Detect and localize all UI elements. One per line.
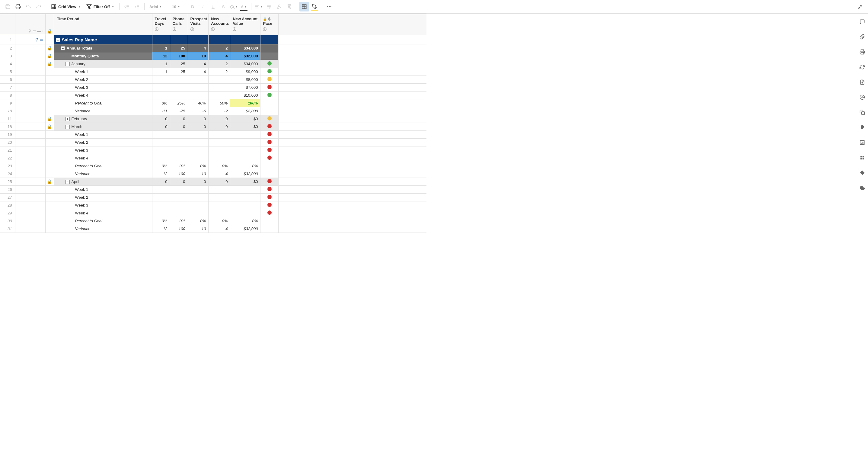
italic-button[interactable]: I bbox=[198, 2, 208, 11]
svg-rect-0 bbox=[17, 7, 20, 9]
chevron-down-icon: ▼ bbox=[244, 5, 247, 8]
svg-line-7 bbox=[87, 5, 91, 8]
svg-point-27 bbox=[331, 6, 331, 7]
svg-rect-24 bbox=[302, 4, 304, 7]
underline-button[interactable]: U bbox=[208, 2, 218, 11]
toolbar-separator bbox=[185, 3, 185, 10]
chevron-down-icon: ▼ bbox=[236, 5, 238, 8]
svg-rect-20 bbox=[288, 4, 291, 6]
bold-button[interactable]: B bbox=[188, 2, 197, 11]
filter-button[interactable]: Filter Off ▼ bbox=[84, 2, 117, 11]
clear-format-button[interactable] bbox=[274, 2, 284, 11]
outdent-button[interactable] bbox=[122, 2, 132, 11]
toolbar-separator bbox=[144, 3, 145, 10]
chevron-down-icon: ▼ bbox=[112, 5, 114, 8]
save-button[interactable] bbox=[3, 2, 13, 11]
redo-button[interactable] bbox=[34, 2, 43, 11]
svg-point-26 bbox=[329, 6, 330, 7]
format-painter-button[interactable] bbox=[285, 2, 294, 11]
svg-line-29 bbox=[858, 7, 860, 9]
print-button[interactable] bbox=[13, 2, 23, 11]
svg-line-28 bbox=[861, 4, 862, 6]
font-family-select[interactable]: Arial▼ bbox=[147, 4, 164, 9]
strikethrough-button[interactable]: S bbox=[218, 2, 228, 11]
chevron-down-icon: ▼ bbox=[178, 5, 180, 8]
fill-color-button[interactable]: ▼ bbox=[229, 2, 239, 11]
svg-rect-1 bbox=[52, 4, 56, 9]
filter-label: Filter Off bbox=[94, 4, 110, 9]
chevron-down-icon: ▼ bbox=[78, 5, 81, 8]
toolbar-separator bbox=[167, 3, 167, 10]
filter-icon bbox=[86, 4, 92, 9]
collapse-button[interactable] bbox=[855, 2, 865, 11]
indent-button[interactable] bbox=[132, 2, 142, 11]
grid-view-label: Grid View bbox=[58, 4, 76, 9]
toolbar-separator bbox=[251, 3, 251, 10]
toolbar-separator bbox=[46, 3, 46, 10]
highlight-button[interactable] bbox=[310, 2, 319, 11]
wrap-button[interactable] bbox=[264, 2, 274, 11]
svg-point-25 bbox=[327, 6, 328, 7]
grid-view-button[interactable]: Grid View ▼ bbox=[49, 2, 83, 11]
toolbar-separator bbox=[322, 3, 322, 10]
toolbar-separator bbox=[119, 3, 120, 10]
text-color-button[interactable]: A▼ bbox=[239, 2, 249, 11]
align-button[interactable]: ▼ bbox=[254, 2, 264, 11]
toolbar-separator bbox=[297, 3, 297, 10]
more-button[interactable] bbox=[324, 2, 334, 11]
conditional-format-button[interactable] bbox=[300, 2, 309, 11]
chevron-down-icon: ▼ bbox=[159, 5, 162, 8]
undo-button[interactable] bbox=[24, 2, 33, 11]
chevron-down-icon: ▼ bbox=[260, 5, 263, 8]
toolbar-right bbox=[855, 2, 865, 11]
font-size-select[interactable]: 10▼ bbox=[169, 4, 183, 9]
toolbar: Grid View ▼ Filter Off ▼ Arial▼ 10▼ B I … bbox=[0, 0, 868, 13]
grid-view-icon bbox=[51, 4, 56, 9]
